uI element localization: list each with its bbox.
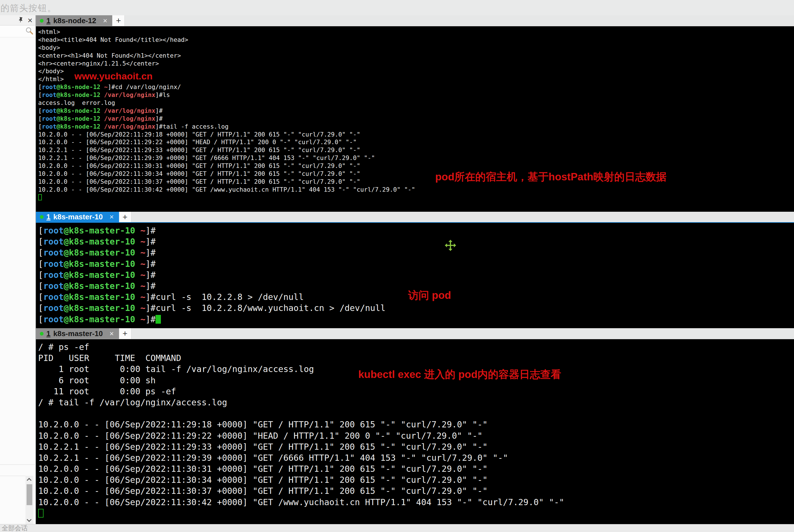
text-segment: 10.2.0.0 - - [06/Sep/2022:11:30:37 +0000…: [38, 486, 488, 496]
text-segment: ]#: [155, 107, 163, 114]
text-segment: tail -f access.log: [163, 123, 228, 130]
text-segment: ~: [140, 270, 145, 280]
text-segment: 10.2.0.0 - - [06/Sep/2022:11:29:22 +0000…: [38, 431, 483, 441]
close-panel-icon[interactable]: ×: [27, 16, 33, 24]
text-segment: @k8s-master-10: [64, 292, 135, 302]
text-segment: [: [38, 281, 43, 291]
tab-number: 1: [46, 213, 50, 221]
search-icon[interactable]: [25, 26, 34, 36]
text-segment: root: [43, 248, 64, 258]
text-segment: @k8s-master-10: [64, 303, 135, 313]
connected-dot-icon: [40, 332, 43, 336]
terminal-screen-master10[interactable]: [root@k8s-master-10 ~]#[root@k8s-master-…: [36, 223, 794, 328]
text-segment: ]#: [145, 292, 155, 302]
scrollbar-thumb[interactable]: [26, 484, 32, 505]
text-segment: @k8s-master-10: [64, 236, 135, 247]
text-segment: <center><h1>404 Not Found</h1></center>: [38, 52, 181, 59]
terminal-panes-column: 1 k8s-node-12 × + <html><head><title>404…: [36, 15, 794, 524]
annotation-hostpath-note: pod所在的宿主机，基于hostPath映射的日志数据: [435, 170, 666, 184]
tab-label: k8s-master-10: [53, 329, 102, 338]
terminal-lines: <html><head><title>404 Not Found</title>…: [38, 28, 794, 202]
terminal-output-line: 10.2.2.1 - - [06/Sep/2022:11:29:33 +0000…: [38, 146, 794, 154]
text-segment: <head><title>404 Not Found</title></head…: [38, 36, 188, 43]
terminal-prompt-line: [root@k8s-master-10 ~]#: [38, 259, 794, 269]
text-segment: @k8s-master-10: [64, 270, 135, 280]
text-segment: / # tail -f /var/log/nginx/access.log: [38, 397, 227, 407]
text-segment: [: [38, 115, 42, 122]
text-segment: root: [43, 226, 64, 235]
terminal-tab-k8s-master-10[interactable]: 1 k8s-master-10 ×: [36, 212, 119, 222]
text-segment: /var/log/nginx: [104, 107, 155, 114]
terminal-screen-pod-shell[interactable]: / # ps -efPID USER TIME COMMAND 1 root 0…: [36, 339, 794, 524]
terminal-cursor: [38, 194, 42, 201]
terminal-output-line: 10.2.0.0 - - [06/Sep/2022:11:29:18 +0000…: [38, 131, 794, 138]
terminal-output-line: PID USER TIME COMMAND: [38, 353, 794, 363]
terminal-output-line: 10.2.0.0 - - [06/Sep/2022:11:30:34 +0000…: [38, 474, 794, 486]
text-segment: root: [43, 259, 64, 269]
terminal-prompt-line: [root@k8s-node-12 /var/log/nginx]#tail -…: [38, 123, 794, 131]
text-segment: </html>: [38, 75, 64, 82]
terminal-prompt-line: [root@k8s-master-10 ~]#: [38, 236, 794, 247]
terminal-output-line: / # tail -f /var/log/nginx/access.log: [38, 397, 794, 408]
new-tab-button[interactable]: +: [119, 212, 132, 222]
text-segment: 10.2.2.1 - - [06/Sep/2022:11:29:39 +0000…: [38, 154, 375, 162]
terminal-output-line: / # ps -ef: [38, 341, 794, 353]
text-segment: ~: [140, 303, 145, 313]
text-segment: [: [38, 91, 42, 98]
all-sessions-button[interactable]: 全部会话: [0, 524, 28, 532]
text-segment: ]#: [155, 123, 163, 130]
text-segment: 10.2.0.0 - - [06/Sep/2022:11:29:18 +0000…: [38, 419, 488, 430]
text-segment: curl -s 10.2.2.8/www.yuchaoit.cn > /dev/…: [155, 303, 385, 313]
text-segment: 10.2.2.1 - - [06/Sep/2022:11:29:33 +0000…: [38, 147, 360, 153]
terminal-prompt-line: [root@k8s-master-10 ~]#: [38, 225, 794, 236]
text-segment: [: [38, 107, 42, 114]
text-segment: [135, 270, 140, 280]
text-segment: [: [38, 123, 42, 130]
text-segment: <hr><center>nginx/1.21.5</center>: [38, 60, 159, 67]
terminal-output-line: [38, 408, 794, 419]
terminal-tab-k8s-node-12[interactable]: 1 k8s-node-12 ×: [36, 15, 112, 26]
text-segment: @k8s-node-12: [57, 83, 100, 91]
status-bar: 全部会话: [0, 524, 794, 532]
text-segment: ]#: [145, 303, 155, 313]
sidebar-scrollbar[interactable]: [25, 476, 33, 524]
text-segment: 10.2.2.1 - - [06/Sep/2022:11:29:39 +0000…: [38, 453, 508, 463]
panel-header: ×: [0, 15, 35, 25]
terminal-output-line: 10.2.0.0 - - [06/Sep/2022:11:29:18 +0000…: [38, 419, 794, 430]
new-tab-button[interactable]: +: [119, 328, 132, 339]
text-segment: @k8s-master-10: [64, 259, 135, 269]
terminal-pane-node12: 1 k8s-node-12 × + <html><head><title>404…: [36, 15, 794, 212]
text-segment: 10.2.0.0 - - [06/Sep/2022:11:29:18 +0000…: [38, 131, 360, 138]
text-segment: ]#: [145, 281, 155, 291]
text-segment: 10.2.0.0 - - [06/Sep/2022:11:30:34 +0000…: [38, 170, 360, 177]
tab-number: 1: [46, 16, 50, 25]
terminal-output-line: 10.2.0.0 - - [06/Sep/2022:11:29:22 +0000…: [38, 430, 794, 441]
text-segment: /var/log/nginx: [104, 123, 155, 130]
scroll-down-icon[interactable]: [27, 517, 32, 522]
pin-icon[interactable]: [18, 17, 24, 24]
close-tab-icon[interactable]: ×: [103, 16, 107, 25]
close-tab-icon[interactable]: ×: [109, 329, 114, 338]
text-segment: ~: [140, 259, 145, 269]
text-segment: @k8s-master-10: [64, 248, 135, 258]
tab-bar: 1 k8s-node-12 × +: [36, 15, 794, 26]
text-segment: root: [42, 115, 57, 122]
terminal-prompt-line: [root@k8s-node-12 /var/log/nginx]#: [38, 115, 794, 123]
text-segment: 10.2.0.0 - - [06/Sep/2022:11:30:37 +0000…: [38, 178, 360, 185]
text-segment: [: [38, 259, 43, 269]
scroll-up-icon[interactable]: [27, 478, 32, 483]
panel-divider: [0, 464, 36, 465]
terminal-client-window: 的箭头按钮。 ×: [0, 0, 794, 532]
new-tab-button[interactable]: +: [112, 15, 125, 26]
text-segment: @k8s-master-10: [64, 226, 135, 235]
tab-number: 1: [46, 329, 50, 338]
text-segment: ~: [140, 314, 145, 324]
text-segment: root: [43, 314, 64, 324]
text-segment: ]#: [155, 115, 163, 122]
terminal-screen-node12[interactable]: <html><head><title>404 Not Found</title>…: [36, 26, 794, 212]
close-tab-icon[interactable]: ×: [109, 213, 114, 221]
terminal-tab-k8s-master-10-2[interactable]: 1 k8s-master-10 ×: [36, 328, 119, 339]
text-segment: ~: [140, 292, 145, 302]
text-segment: @k8s-node-12: [57, 107, 100, 114]
terminal-prompt-line: [root@k8s-node-12 /var/log/nginx]#ls: [38, 91, 794, 99]
